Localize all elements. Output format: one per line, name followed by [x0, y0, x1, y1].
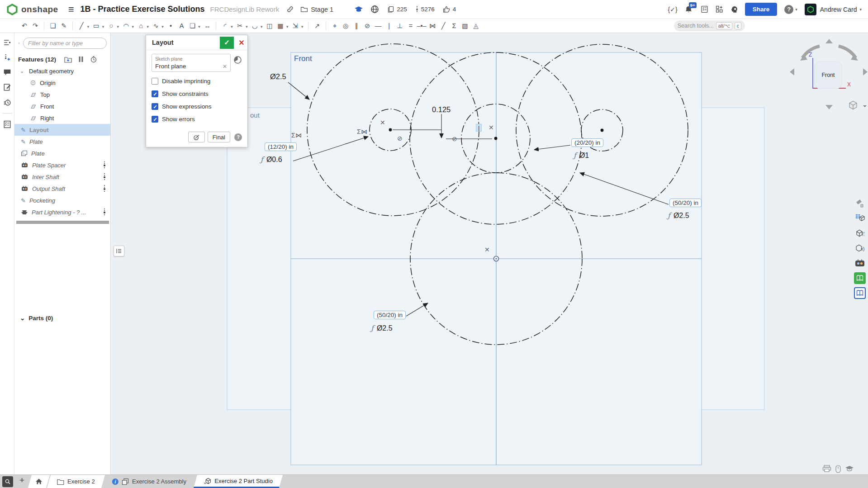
view-cube-front-face[interactable]: Front [814, 61, 842, 89]
tab-exercise-2-part-studio[interactable]: Exercise 2 Part Studio [194, 475, 283, 488]
feature-item-plate-sketch[interactable]: ✎ Plate [14, 136, 110, 147]
symmetric-constraint-badge[interactable]: Σ⋈ [357, 128, 367, 135]
chevron-down-icon[interactable]: ⌄ [20, 68, 25, 74]
undo-icon[interactable]: ↶ [19, 20, 29, 31]
equal-constraint-icon[interactable]: = [406, 20, 416, 31]
coincident-constraint-icon[interactable]: ⌖ [330, 20, 340, 31]
dialog-help-icon[interactable]: ? [234, 133, 242, 141]
public-globe-icon[interactable] [370, 5, 379, 14]
tab-exercise-2[interactable]: Exercise 2 [47, 475, 105, 488]
custom-tables-panel-icon[interactable] [854, 213, 866, 224]
user-caret-icon[interactable]: ▾ [859, 7, 862, 12]
checkbox-checked[interactable] [152, 116, 158, 123]
regen-time-icon[interactable] [90, 56, 97, 63]
dependency-dots-icon[interactable] [103, 161, 106, 169]
transform-tool-icon[interactable]: ↗ [312, 20, 322, 31]
cross-constraint-badge[interactable]: ✕ [489, 124, 494, 131]
option-show-expressions[interactable]: Show expressions [152, 103, 242, 110]
dependency-dots-icon[interactable] [103, 208, 106, 216]
feature-item-right-plane[interactable]: Right [14, 112, 110, 124]
rotate-left-arrow[interactable] [790, 68, 794, 76]
feature-list-icon[interactable] [3, 38, 11, 47]
polygon-tool-caret[interactable]: ▼ [146, 25, 150, 29]
rotate-right-arrow[interactable] [863, 68, 868, 76]
release-tasks-icon[interactable] [701, 5, 708, 13]
rollback-clock-icon[interactable] [233, 56, 242, 64]
parts-section-header[interactable]: ⌄ Parts (0) [14, 312, 110, 324]
feature-item-origin[interactable]: Origin [14, 77, 110, 89]
comments-icon[interactable] [3, 68, 11, 76]
filter-input[interactable] [23, 38, 107, 49]
pattern-tool-icon[interactable]: ▦ [275, 20, 285, 31]
expression-box-20-20[interactable]: (20/20) in [571, 138, 603, 147]
chevron-down-icon[interactable]: ⌄ [20, 314, 25, 322]
normal-constraint-icon[interactable]: ◬ [471, 20, 481, 31]
tangent-constraint-icon[interactable]: ⊘ [362, 20, 372, 31]
dimension-tool-icon[interactable]: ↔ [202, 20, 212, 31]
learning-cap-icon[interactable] [845, 465, 854, 472]
symmetric-constraint-icon[interactable]: ⋈ [427, 20, 437, 31]
clear-selection-icon[interactable]: ✕ [223, 63, 227, 70]
filter-icon[interactable] [18, 40, 20, 47]
final-button[interactable]: Final [208, 132, 230, 142]
cross-constraint-badge[interactable]: ✕ [484, 246, 490, 253]
feature-item-inter-shaft[interactable]: Inter Shaft [14, 171, 110, 183]
concentric-constraint-icon[interactable]: ◎ [341, 20, 351, 31]
mouse-icon[interactable] [835, 465, 841, 473]
option-show-constraints[interactable]: Show constraints [152, 90, 242, 97]
robot-panel-icon[interactable] [854, 257, 866, 269]
line-tool-caret[interactable]: ▼ [86, 25, 90, 29]
likes-stat[interactable]: 4 [443, 5, 456, 13]
search-tabs-button[interactable] [2, 476, 13, 487]
sketch-only-toggle-button[interactable] [188, 132, 205, 142]
variables-panel-icon[interactable]: x) [854, 242, 866, 254]
dim-diameter-top[interactable]: Ø2.5 [270, 72, 286, 81]
polygon-tool-icon[interactable]: ⌂ [136, 20, 146, 31]
option-disable-imprinting[interactable]: Disable imprinting [152, 78, 242, 85]
panel-collapse-handle[interactable] [114, 246, 124, 256]
user-name[interactable]: Andrew Card [820, 6, 857, 13]
expression-box-50-20-right[interactable]: (50/20) in [669, 199, 702, 207]
tangent-constraint-badge[interactable]: ⊘ [452, 135, 457, 142]
point-tool-icon[interactable]: • [166, 20, 176, 31]
sketch-plane-field[interactable]: Sketch plane Front plane ✕ [152, 54, 231, 72]
feature-item-front-plane[interactable]: Front [14, 100, 110, 112]
text-tool-icon[interactable]: A [177, 20, 187, 31]
ai-assistant-icon[interactable] [730, 5, 739, 14]
rotate-up-arrow[interactable] [825, 39, 833, 43]
dialog-accept-button[interactable]: ✓ [220, 37, 234, 49]
insert-point-icon[interactable] [3, 53, 11, 62]
main-menu-icon[interactable]: ≡ [68, 4, 74, 15]
feature-item-plate-extrude[interactable]: Plate [14, 147, 110, 159]
link-icon[interactable] [286, 5, 294, 13]
tasks-icon[interactable]: {✓} [668, 6, 678, 13]
feature-item-pocketing[interactable]: ✎ Pocketing [14, 194, 110, 206]
vertical-constraint-badge[interactable]: | [476, 124, 482, 132]
symmetric-constraint-badge[interactable]: Σ⋈ [291, 132, 302, 139]
apps-icon[interactable] [716, 5, 723, 13]
pattern-tool-caret[interactable]: ▼ [285, 25, 289, 29]
rollback-bar[interactable] [16, 221, 109, 224]
redo-icon[interactable]: ↷ [30, 20, 40, 31]
workspace-folder-icon[interactable] [300, 5, 308, 13]
green-library-panel-icon[interactable] [854, 272, 866, 284]
fillet-tool-caret[interactable]: ▼ [230, 25, 233, 29]
dependency-dots-icon[interactable] [103, 185, 106, 193]
blue-library-panel-icon[interactable] [854, 287, 866, 299]
rectangle-tool-icon[interactable]: ▭ [91, 20, 101, 31]
cross-constraint-badge[interactable]: ✕ [380, 119, 385, 126]
insert-dxf-icon[interactable]: ⇲ [290, 20, 300, 31]
edit-sketch-icon[interactable]: ✎ [59, 20, 69, 31]
feature-item-output-shaft[interactable]: Output Shaft [14, 183, 110, 194]
uses-stat[interactable]: 5276 [415, 5, 435, 13]
copy-document-icon[interactable]: ❏ [48, 20, 58, 31]
onshape-logo-icon[interactable] [6, 4, 18, 15]
suppress-pause-icon[interactable] [78, 56, 84, 62]
circle-tool-icon[interactable]: ○ [106, 20, 116, 31]
tangent-constraint-badge[interactable]: ⊘ [397, 135, 403, 142]
checkbox-checked[interactable] [152, 90, 158, 97]
notifications-bell-icon[interactable]: 9+ [685, 5, 693, 14]
offset-tool-icon[interactable]: ◡ [250, 20, 260, 31]
history-icon[interactable] [3, 98, 11, 106]
rectangle-tool-caret[interactable]: ▼ [101, 25, 105, 29]
